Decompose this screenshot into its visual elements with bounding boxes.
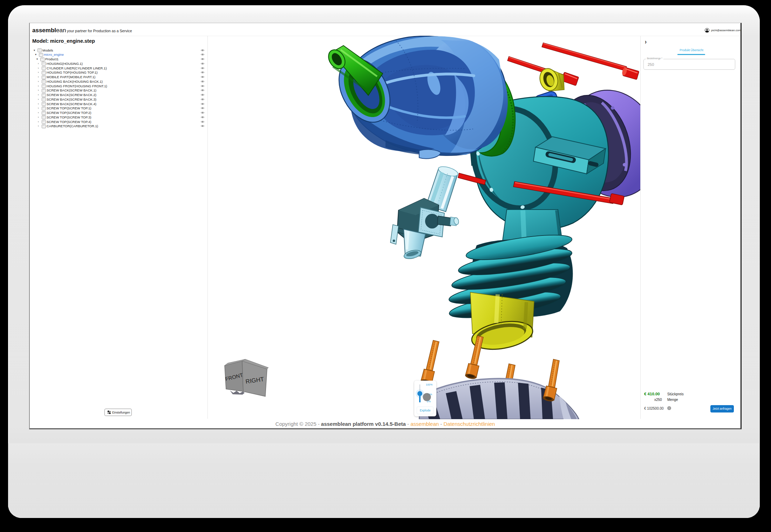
svg-text:100%: 100% — [426, 383, 433, 386]
svg-text:0%: 0% — [427, 400, 431, 403]
